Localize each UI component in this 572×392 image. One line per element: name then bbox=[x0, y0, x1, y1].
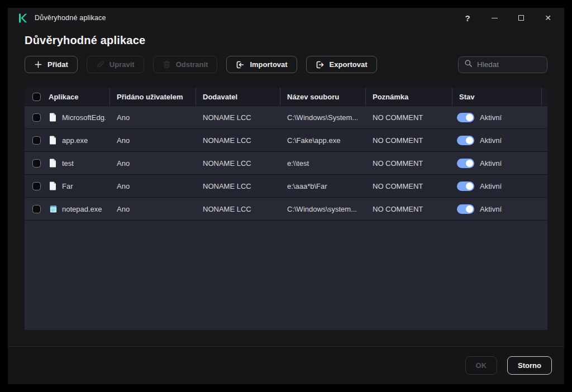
trusted-apps-table: Aplikace Přidáno uživatelem Dodavatel Ná… bbox=[25, 88, 547, 330]
edit-button: Upravit bbox=[87, 56, 144, 73]
status-label: Aktivní bbox=[480, 136, 502, 145]
close-icon[interactable]: ✕ bbox=[540, 11, 556, 25]
ok-button: OK bbox=[465, 356, 498, 375]
row-checkbox[interactable] bbox=[32, 159, 41, 168]
search-box[interactable] bbox=[458, 56, 547, 73]
vendor-cell: NONAME LCC bbox=[196, 129, 280, 151]
row-checkbox[interactable] bbox=[32, 205, 41, 213]
row-checkbox[interactable] bbox=[32, 136, 41, 145]
column-header-dodavatel: Dodavatel bbox=[196, 88, 280, 106]
delete-button-label: Odstranit bbox=[176, 60, 208, 69]
added-by-user-cell: Ano bbox=[110, 106, 196, 128]
export-icon bbox=[316, 60, 325, 69]
table-row[interactable]: Far Ano NONAME LCC e:\aaa*b\Far NO COMME… bbox=[25, 175, 547, 198]
column-header-stav: Stav bbox=[452, 88, 542, 106]
status-toggle[interactable] bbox=[457, 136, 474, 145]
column-header-nazev: Název souboru bbox=[280, 88, 366, 106]
minimize-icon[interactable] bbox=[486, 11, 503, 25]
column-header-poznamka: Poznámka bbox=[366, 88, 452, 106]
vendor-cell: NONAME LCC bbox=[196, 106, 280, 128]
import-button-label: Importovat bbox=[250, 60, 287, 69]
file-path-cell: C:\Windows\system... bbox=[280, 198, 366, 220]
table-row[interactable]: notepad.exe Ano NONAME LCC C:\Windows\sy… bbox=[25, 198, 547, 221]
comment-cell: NO COMMENT bbox=[366, 106, 452, 128]
file-path-cell: e:\aaa*b\Far bbox=[280, 175, 366, 197]
delete-button: Odstranit bbox=[153, 56, 218, 73]
table-row[interactable]: test Ano NONAME LCC e:\\test NO COMMENT … bbox=[25, 152, 547, 175]
dialog-footer: OK Storno bbox=[8, 346, 564, 384]
import-icon bbox=[236, 60, 245, 69]
column-header-pridano: Přidáno uživatelem bbox=[110, 88, 196, 106]
comment-cell: NO COMMENT bbox=[366, 175, 452, 197]
vendor-cell: NONAME LCC bbox=[196, 152, 280, 174]
import-button[interactable]: Importovat bbox=[226, 56, 297, 73]
app-window: Důvěryhodné aplikace ? ✕ Důvěryhodné apl… bbox=[8, 8, 564, 384]
file-icon bbox=[49, 181, 58, 190]
status-toggle[interactable] bbox=[457, 204, 474, 214]
table-row[interactable]: MicrosoftEdg... Ano NONAME LCC C:\Window… bbox=[25, 106, 547, 129]
added-by-user-cell: Ano bbox=[110, 129, 196, 151]
app-name: test bbox=[62, 159, 74, 168]
help-icon[interactable]: ? bbox=[459, 11, 476, 25]
maximize-icon[interactable] bbox=[513, 11, 530, 25]
vendor-cell: NONAME LCC bbox=[196, 175, 280, 197]
notepad-icon bbox=[49, 204, 58, 213]
status-label: Aktivní bbox=[480, 159, 502, 168]
status-label: Aktivní bbox=[480, 205, 502, 213]
app-name: MicrosoftEdg... bbox=[62, 113, 106, 122]
status-toggle[interactable] bbox=[457, 159, 474, 168]
export-button-label: Exportovat bbox=[330, 60, 368, 69]
comment-cell: NO COMMENT bbox=[366, 152, 452, 174]
comment-cell: NO COMMENT bbox=[366, 198, 452, 220]
vendor-cell: NONAME LCC bbox=[196, 198, 280, 220]
add-button[interactable]: Přidat bbox=[25, 56, 78, 73]
page-title: Důvěryhodné aplikace bbox=[25, 34, 547, 47]
add-button-label: Přidat bbox=[47, 60, 68, 69]
added-by-user-cell: Ano bbox=[110, 152, 196, 174]
app-name: app.exe bbox=[62, 136, 88, 145]
column-header-aplikace: Aplikace bbox=[49, 93, 78, 101]
edit-button-label: Upravit bbox=[109, 60, 135, 69]
select-all-checkbox[interactable] bbox=[32, 93, 41, 101]
file-path-cell: e:\\test bbox=[280, 152, 366, 174]
trash-icon bbox=[163, 60, 171, 69]
app-name: notepad.exe bbox=[62, 205, 102, 213]
status-label: Aktivní bbox=[480, 113, 502, 122]
plus-icon bbox=[34, 60, 42, 69]
added-by-user-cell: Ano bbox=[110, 198, 196, 220]
export-button[interactable]: Exportovat bbox=[306, 56, 377, 73]
table-header: Aplikace Přidáno uživatelem Dodavatel Ná… bbox=[25, 88, 547, 106]
search-icon bbox=[464, 59, 473, 70]
status-toggle[interactable] bbox=[457, 181, 474, 191]
kaspersky-logo-icon bbox=[17, 12, 28, 23]
file-icon bbox=[49, 113, 58, 122]
window-title: Důvěryhodné aplikace bbox=[35, 14, 106, 22]
status-toggle[interactable] bbox=[457, 113, 474, 122]
toolbar: Přidat Upravit Odstranit Importovat bbox=[25, 56, 547, 73]
comment-cell: NO COMMENT bbox=[366, 129, 452, 151]
pencil-icon bbox=[96, 60, 104, 69]
file-icon bbox=[49, 136, 58, 145]
table-row[interactable]: app.exe Ano NONAME LCC C:\Fake\app.exe N… bbox=[25, 129, 547, 152]
file-icon bbox=[49, 159, 58, 168]
file-path-cell: C:\Fake\app.exe bbox=[280, 129, 366, 151]
row-checkbox[interactable] bbox=[32, 113, 41, 122]
status-label: Aktivní bbox=[480, 182, 502, 190]
added-by-user-cell: Ano bbox=[110, 175, 196, 197]
cancel-button[interactable]: Storno bbox=[507, 356, 552, 375]
app-name: Far bbox=[62, 182, 73, 190]
scrollbar-gutter bbox=[542, 88, 547, 106]
titlebar: Důvěryhodné aplikace ? ✕ bbox=[8, 8, 564, 28]
search-input[interactable] bbox=[477, 60, 541, 69]
file-path-cell: C:\Windows\System... bbox=[280, 106, 366, 128]
row-checkbox[interactable] bbox=[32, 182, 41, 190]
